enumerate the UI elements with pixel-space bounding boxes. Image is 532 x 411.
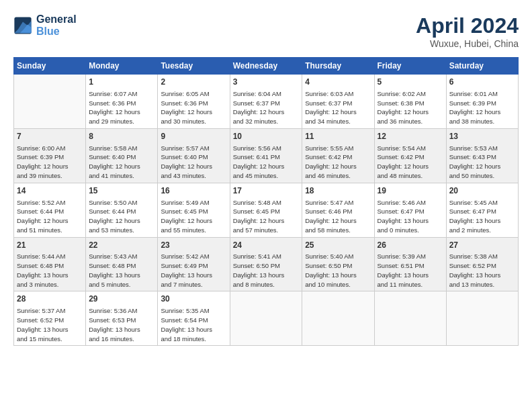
day-number: 12 [378, 131, 443, 142]
day-number: 29 [89, 293, 154, 305]
day-cell: 27Sunrise: 5:38 AM Sunset: 6:52 PM Dayli… [446, 237, 518, 291]
day-info: Sunrise: 5:41 AM Sunset: 6:50 PM Dayligh… [233, 252, 300, 289]
day-info: Sunrise: 5:39 AM Sunset: 6:51 PM Dayligh… [378, 252, 443, 289]
day-number: 19 [378, 185, 443, 197]
calendar-table: SundayMondayTuesdayWednesdayThursdayFrid… [13, 57, 519, 346]
logo: General Blue [13, 13, 77, 38]
day-cell: 25Sunrise: 5:40 AM Sunset: 6:50 PM Dayli… [302, 237, 374, 291]
day-cell: 6Sunrise: 6:01 AM Sunset: 6:39 PM Daylig… [446, 75, 518, 129]
day-number: 30 [161, 293, 226, 305]
col-header-monday: Monday [86, 58, 158, 75]
day-cell: 20Sunrise: 5:45 AM Sunset: 6:47 PM Dayli… [446, 183, 518, 237]
day-cell: 30Sunrise: 5:35 AM Sunset: 6:54 PM Dayli… [158, 291, 230, 346]
day-info: Sunrise: 5:50 AM Sunset: 6:44 PM Dayligh… [89, 198, 154, 235]
day-cell: 12Sunrise: 5:54 AM Sunset: 6:42 PM Dayli… [374, 128, 446, 183]
day-info: Sunrise: 5:35 AM Sunset: 6:54 PM Dayligh… [161, 306, 226, 343]
day-number: 15 [89, 185, 154, 197]
day-info: Sunrise: 5:44 AM Sunset: 6:48 PM Dayligh… [17, 252, 83, 289]
day-number: 21 [17, 240, 83, 251]
day-cell: 19Sunrise: 5:46 AM Sunset: 6:47 PM Dayli… [374, 183, 446, 237]
month-title: April 2024 [416, 13, 519, 38]
day-cell: 21Sunrise: 5:44 AM Sunset: 6:48 PM Dayli… [14, 237, 86, 291]
day-cell: 24Sunrise: 5:41 AM Sunset: 6:50 PM Dayli… [230, 237, 302, 291]
day-number: 5 [378, 77, 443, 88]
day-info: Sunrise: 5:56 AM Sunset: 6:41 PM Dayligh… [233, 144, 300, 181]
week-row-4: 21Sunrise: 5:44 AM Sunset: 6:48 PM Dayli… [14, 237, 519, 291]
day-number: 28 [17, 293, 83, 305]
day-cell: 13Sunrise: 5:53 AM Sunset: 6:43 PM Dayli… [446, 128, 518, 183]
day-cell: 16Sunrise: 5:49 AM Sunset: 6:45 PM Dayli… [158, 183, 230, 237]
day-number: 23 [161, 240, 226, 251]
day-info: Sunrise: 5:38 AM Sunset: 6:52 PM Dayligh… [449, 252, 515, 289]
day-number: 26 [378, 240, 443, 251]
day-number: 17 [233, 185, 300, 197]
day-number: 14 [17, 185, 83, 197]
col-header-thursday: Thursday [302, 58, 374, 75]
day-info: Sunrise: 5:43 AM Sunset: 6:48 PM Dayligh… [89, 252, 154, 289]
day-info: Sunrise: 6:04 AM Sunset: 6:37 PM Dayligh… [233, 89, 300, 126]
day-number: 13 [449, 131, 515, 142]
day-number: 20 [449, 185, 515, 197]
day-info: Sunrise: 6:01 AM Sunset: 6:39 PM Dayligh… [449, 89, 515, 126]
day-cell: 1Sunrise: 6:07 AM Sunset: 6:36 PM Daylig… [86, 75, 158, 129]
day-info: Sunrise: 6:05 AM Sunset: 6:36 PM Dayligh… [161, 89, 226, 126]
col-header-saturday: Saturday [446, 58, 518, 75]
logo-text: General Blue [36, 13, 77, 38]
day-cell [302, 291, 374, 346]
logo-icon [13, 16, 32, 35]
day-cell: 10Sunrise: 5:56 AM Sunset: 6:41 PM Dayli… [230, 128, 302, 183]
day-info: Sunrise: 5:55 AM Sunset: 6:42 PM Dayligh… [305, 144, 371, 181]
day-info: Sunrise: 5:58 AM Sunset: 6:40 PM Dayligh… [89, 144, 154, 181]
page-header: General Blue April 2024 Wuxue, Hubei, Ch… [13, 13, 519, 49]
day-number: 22 [89, 240, 154, 251]
day-number: 24 [233, 240, 300, 251]
day-info: Sunrise: 5:37 AM Sunset: 6:52 PM Dayligh… [17, 306, 83, 343]
col-header-friday: Friday [374, 58, 446, 75]
day-info: Sunrise: 5:36 AM Sunset: 6:53 PM Dayligh… [89, 306, 154, 343]
day-info: Sunrise: 5:42 AM Sunset: 6:49 PM Dayligh… [161, 252, 226, 289]
header-row: SundayMondayTuesdayWednesdayThursdayFrid… [14, 58, 519, 75]
day-number: 2 [161, 77, 226, 88]
day-cell: 14Sunrise: 5:52 AM Sunset: 6:44 PM Dayli… [14, 183, 86, 237]
day-info: Sunrise: 5:52 AM Sunset: 6:44 PM Dayligh… [17, 198, 83, 235]
day-cell: 22Sunrise: 5:43 AM Sunset: 6:48 PM Dayli… [86, 237, 158, 291]
day-number: 6 [449, 77, 515, 88]
day-cell: 29Sunrise: 5:36 AM Sunset: 6:53 PM Dayli… [86, 291, 158, 346]
col-header-wednesday: Wednesday [230, 58, 302, 75]
day-cell: 18Sunrise: 5:47 AM Sunset: 6:46 PM Dayli… [302, 183, 374, 237]
day-number: 10 [233, 131, 300, 142]
col-header-sunday: Sunday [14, 58, 86, 75]
week-row-5: 28Sunrise: 5:37 AM Sunset: 6:52 PM Dayli… [14, 291, 519, 346]
day-number: 3 [233, 77, 300, 88]
day-info: Sunrise: 6:02 AM Sunset: 6:38 PM Dayligh… [378, 89, 443, 126]
day-cell: 8Sunrise: 5:58 AM Sunset: 6:40 PM Daylig… [86, 128, 158, 183]
day-number: 25 [305, 240, 371, 251]
day-number: 4 [305, 77, 371, 88]
day-cell: 26Sunrise: 5:39 AM Sunset: 6:51 PM Dayli… [374, 237, 446, 291]
day-cell: 9Sunrise: 5:57 AM Sunset: 6:40 PM Daylig… [158, 128, 230, 183]
day-cell [374, 291, 446, 346]
day-cell [230, 291, 302, 346]
day-info: Sunrise: 5:40 AM Sunset: 6:50 PM Dayligh… [305, 252, 371, 289]
day-info: Sunrise: 5:46 AM Sunset: 6:47 PM Dayligh… [378, 198, 443, 235]
day-cell: 5Sunrise: 6:02 AM Sunset: 6:38 PM Daylig… [374, 75, 446, 129]
day-info: Sunrise: 5:49 AM Sunset: 6:45 PM Dayligh… [161, 198, 226, 235]
day-cell: 28Sunrise: 5:37 AM Sunset: 6:52 PM Dayli… [14, 291, 86, 346]
day-info: Sunrise: 6:07 AM Sunset: 6:36 PM Dayligh… [89, 89, 154, 126]
day-cell: 23Sunrise: 5:42 AM Sunset: 6:49 PM Dayli… [158, 237, 230, 291]
day-number: 11 [305, 131, 371, 142]
day-info: Sunrise: 5:48 AM Sunset: 6:45 PM Dayligh… [233, 198, 300, 235]
day-info: Sunrise: 5:54 AM Sunset: 6:42 PM Dayligh… [378, 144, 443, 181]
day-info: Sunrise: 6:03 AM Sunset: 6:37 PM Dayligh… [305, 89, 371, 126]
day-cell: 15Sunrise: 5:50 AM Sunset: 6:44 PM Dayli… [86, 183, 158, 237]
day-number: 16 [161, 185, 226, 197]
day-cell: 2Sunrise: 6:05 AM Sunset: 6:36 PM Daylig… [158, 75, 230, 129]
title-block: April 2024 Wuxue, Hubei, China [416, 13, 519, 49]
day-cell: 11Sunrise: 5:55 AM Sunset: 6:42 PM Dayli… [302, 128, 374, 183]
day-cell: 4Sunrise: 6:03 AM Sunset: 6:37 PM Daylig… [302, 75, 374, 129]
col-header-tuesday: Tuesday [158, 58, 230, 75]
day-info: Sunrise: 6:00 AM Sunset: 6:39 PM Dayligh… [17, 144, 83, 181]
week-row-1: 1Sunrise: 6:07 AM Sunset: 6:36 PM Daylig… [14, 75, 519, 129]
week-row-2: 7Sunrise: 6:00 AM Sunset: 6:39 PM Daylig… [14, 128, 519, 183]
day-number: 18 [305, 185, 371, 197]
